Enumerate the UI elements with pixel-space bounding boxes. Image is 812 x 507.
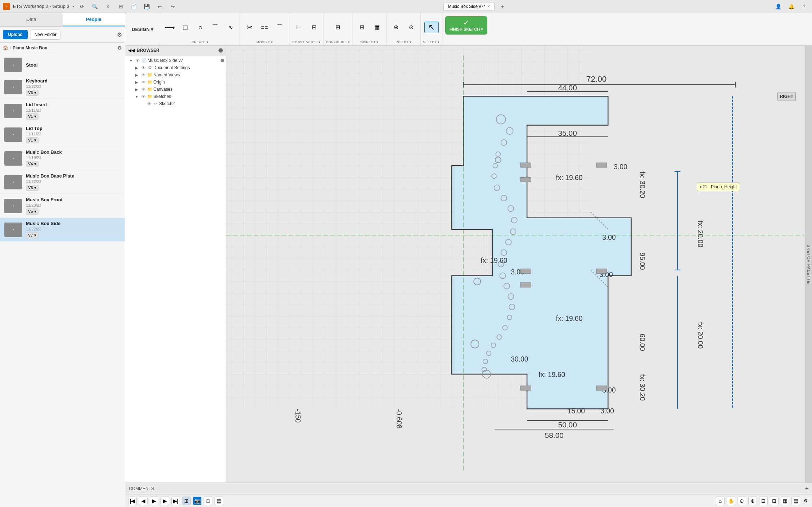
tab-data[interactable]: Data — [0, 13, 63, 26]
tree-item[interactable]: ▼ 👁 📁 Sketches — [125, 93, 226, 100]
file-button[interactable]: 📄 — [129, 1, 139, 12]
configure-label[interactable]: CONFIGURE ▾ — [326, 40, 350, 44]
camera-button[interactable]: 📷 — [193, 497, 202, 505]
comments-add[interactable]: + — [805, 485, 808, 492]
tree-eye[interactable]: 👁 — [140, 73, 146, 77]
tree-expand[interactable]: ▶ — [134, 66, 140, 70]
file-version[interactable]: V1 ▾ — [26, 137, 39, 143]
settings-gear[interactable]: ⚙ — [802, 497, 809, 505]
list-item[interactable]: ▪ Keyboard 11/22/23 V6 ▾ — [0, 75, 125, 99]
select-tool[interactable]: ↖ — [424, 22, 439, 33]
spline-tool[interactable]: ∿ — [223, 23, 238, 32]
list-item[interactable]: ▪ Music Box Base Plate 11/22/23 V6 ▾ — [0, 170, 125, 194]
new-folder-button[interactable]: New Folder — [31, 30, 60, 40]
tree-item[interactable]: ▶ 👁 ⚙ Document Settings — [125, 64, 226, 71]
tree-eye[interactable]: 👁 — [135, 58, 140, 63]
home-view-button[interactable]: ⌂ — [716, 497, 725, 505]
frame-button[interactable]: □ — [204, 497, 212, 505]
tree-eye[interactable]: 👁 — [140, 94, 146, 99]
file-version[interactable]: V1 ▾ — [26, 113, 39, 120]
canvas-area[interactable]: 72.00 44.00 35.00 fx: 30.20 fx: 20.00 95… — [226, 46, 805, 483]
play-button[interactable]: ▶ — [150, 497, 158, 505]
sketch-palette[interactable]: SKETCH PALETTE — [805, 46, 812, 483]
redo-button[interactable]: ↪ — [168, 1, 178, 12]
breadcrumb-settings[interactable]: ⚙ — [117, 45, 122, 51]
apps-button[interactable]: ⊞ — [116, 1, 126, 12]
close-button[interactable]: × — [103, 1, 113, 12]
account-button[interactable]: 👤 — [773, 1, 783, 12]
tree-expand[interactable]: ▶ — [134, 88, 140, 91]
design-button[interactable]: DESIGN ▾ — [128, 24, 157, 34]
tree-item[interactable]: ▼ 👁 📄 Music Box Side v7 — [125, 57, 226, 64]
select-label[interactable]: SELECT ▾ — [423, 40, 439, 44]
file-tab-close[interactable]: × — [487, 4, 490, 9]
pan-button[interactable]: ✋ — [727, 497, 735, 505]
finish-sketch-button[interactable]: ✓ FINISH SKETCH ▾ — [445, 16, 487, 35]
timeline-button[interactable]: ⊞ — [182, 497, 191, 505]
list-item[interactable]: ▪ Music Box Back 11/19/23 V4 ▾ — [0, 147, 125, 170]
tree-eye[interactable]: 👁 — [146, 102, 152, 106]
inspect-tool-2[interactable]: ▦ — [370, 23, 384, 32]
circle-tool[interactable]: ○ — [193, 22, 207, 32]
tree-eye[interactable]: 👁 — [140, 66, 146, 70]
refresh-button[interactable]: ⟳ — [77, 1, 87, 12]
title-dropdown-arrow[interactable]: ▾ — [72, 4, 74, 8]
offset-tool[interactable]: ⊂⊃ — [257, 23, 272, 31]
file-version[interactable]: V5 ▾ — [26, 208, 39, 215]
file-version[interactable]: V6 ▾ — [26, 185, 39, 191]
insert-tool-2[interactable]: ⊙ — [404, 23, 418, 32]
list-item[interactable]: ▪ Lid Insert 11/11/23 V1 ▾ — [0, 99, 125, 123]
tree-eye[interactable]: 👁 — [140, 80, 146, 84]
prev-frame-button[interactable]: ◀ — [139, 497, 148, 505]
file-version[interactable]: V6 ▾ — [26, 90, 39, 96]
configure-tool[interactable]: ⊞ — [331, 23, 345, 32]
tree-expand[interactable]: ▶ — [134, 80, 140, 84]
save-button[interactable]: 💾 — [142, 1, 152, 12]
new-tab-button[interactable]: + — [497, 1, 508, 12]
modify-label[interactable]: MODIFY ▾ — [256, 40, 273, 44]
tab-people[interactable]: People — [63, 13, 125, 26]
tree-expand[interactable]: ▼ — [134, 95, 140, 99]
tree-eye[interactable]: 👁 — [140, 87, 146, 91]
insert-label[interactable]: INSERT ▾ — [396, 40, 411, 44]
zoom-fit-button[interactable]: ⊕ — [748, 497, 757, 505]
file-version[interactable]: V7 ▾ — [26, 232, 39, 238]
constraints-label[interactable]: CONSTRAINTS ▾ — [292, 40, 321, 44]
help-button[interactable]: ? — [799, 1, 809, 12]
tree-item[interactable]: ▶ 👁 📁 Canvases — [125, 86, 226, 93]
fillet-tool[interactable]: ⌒ — [272, 22, 287, 32]
visual-style-button[interactable]: ▦ — [781, 497, 789, 505]
first-frame-button[interactable]: |◀ — [128, 497, 137, 505]
list-item[interactable]: ▪ Lid Top 11/11/23 V1 ▾ — [0, 123, 125, 147]
inspect-label[interactable]: INSPECT ▾ — [360, 40, 379, 44]
file-version[interactable]: V4 ▾ — [26, 161, 39, 167]
insert-tool-1[interactable]: ⊕ — [389, 23, 403, 32]
trim-tool[interactable]: ✂ — [242, 22, 257, 32]
home-icon[interactable]: 🏠 — [3, 45, 8, 50]
browser-options[interactable] — [218, 48, 223, 53]
tree-item[interactable]: ▶ 👁 📁 Origin — [125, 78, 226, 86]
undo-button[interactable]: ↩ — [155, 1, 165, 12]
zoom-out-button[interactable]: ⊟ — [759, 497, 768, 505]
tree-expand[interactable]: ▶ — [134, 73, 140, 77]
arc-tool[interactable]: ⌒ — [208, 22, 222, 32]
search-button[interactable]: 🔍 — [90, 1, 100, 12]
notification-button[interactable]: 🔔 — [786, 1, 796, 12]
grid-button[interactable]: ▤ — [791, 497, 800, 505]
last-frame-button[interactable]: ▶| — [171, 497, 180, 505]
tree-expand[interactable]: ▼ — [128, 59, 134, 63]
next-frame-button[interactable]: ▶ — [161, 497, 169, 505]
upload-button[interactable]: Upload — [3, 30, 28, 39]
tree-item[interactable]: ▶ 👁 📁 Named Views — [125, 71, 226, 78]
strip-button[interactable]: ▤ — [215, 497, 223, 505]
display-mode-button[interactable]: ⊡ — [770, 497, 779, 505]
list-item[interactable]: ▪ Stool — [0, 55, 125, 75]
rectangle-tool[interactable]: □ — [178, 22, 192, 32]
create-label[interactable]: CREATE ▾ — [191, 40, 208, 44]
list-item[interactable]: ▪ Music Box Front 11/20/23 V5 ▾ — [0, 194, 125, 218]
orbit-button[interactable]: ⊙ — [737, 497, 746, 505]
browser-collapse[interactable]: ◀◀ — [128, 48, 135, 53]
file-tab[interactable]: Music Box Side v7* × — [443, 2, 495, 11]
settings-button[interactable]: ⚙ — [117, 31, 122, 38]
constraint-tool-1[interactable]: ⊢ — [292, 23, 306, 32]
